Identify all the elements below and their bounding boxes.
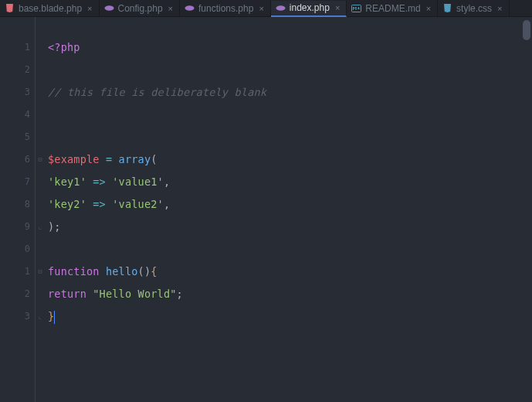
line-number: 3 (0, 81, 30, 104)
token-punc: , (164, 198, 170, 210)
token-kw: function (48, 265, 100, 278)
tab-index-php[interactable]: index.php× (271, 1, 347, 17)
close-icon[interactable]: × (87, 4, 92, 13)
token-punc (100, 265, 106, 278)
line-number: 9 (0, 216, 30, 238)
scrollbar-thumb[interactable] (523, 20, 530, 40)
close-icon[interactable]: × (259, 4, 263, 13)
line-number: 8 (0, 193, 30, 216)
token-punc (112, 153, 118, 165)
fold-marker (36, 193, 45, 216)
tab-Config-php[interactable]: Config.php× (100, 0, 180, 16)
line-number-gutter: 1234567890123 (0, 17, 36, 402)
php-file-icon (104, 3, 114, 13)
tab-label: README.md (365, 3, 420, 14)
token-punc: ; (54, 220, 60, 233)
line-number: 6 (0, 148, 30, 171)
token-var: $example (48, 153, 100, 165)
code-line (48, 126, 532, 148)
fold-marker[interactable]: ⌞ (36, 305, 45, 328)
line-number: 5 (0, 126, 30, 148)
code-line: function hello(){ (48, 261, 532, 283)
line-number: 3 (0, 305, 30, 328)
code-line: // this file is deliberately blank (48, 81, 532, 104)
svg-point-0 (104, 5, 114, 10)
blade-file-icon (5, 3, 15, 13)
tab-label: functions.php (198, 3, 253, 14)
token-punc: , (164, 175, 170, 188)
php-file-icon (185, 3, 195, 13)
code-line: <?php (48, 36, 532, 59)
token-str: "Hello World" (93, 288, 176, 300)
code-line: 'key2' => 'value2', (48, 193, 532, 216)
line-number: 1 (0, 36, 30, 59)
code-content[interactable]: <?php// this file is deliberately blank$… (45, 17, 532, 402)
svg-point-1 (185, 5, 195, 10)
token-punc: ( (151, 153, 157, 165)
token-op: => (93, 198, 106, 210)
code-line: 'key1' => 'value1', (48, 171, 532, 193)
fold-marker (36, 36, 45, 59)
fold-marker[interactable]: ⊟ (36, 261, 45, 283)
token-kw: return (48, 288, 86, 300)
markdown-file-icon (351, 3, 361, 13)
token-brace: } (48, 310, 54, 322)
token-brace: { (151, 265, 157, 278)
code-line: ); (48, 216, 532, 238)
fold-marker (36, 283, 45, 305)
token-fn: hello (106, 265, 138, 278)
fold-marker (36, 238, 45, 261)
token-tag: <?php (48, 41, 80, 53)
token-fn: ray (131, 153, 151, 165)
tab-label: Config.php (118, 3, 163, 14)
token-punc (100, 153, 106, 165)
tab-README-md[interactable]: README.md× (347, 0, 438, 16)
fold-column: ⊟⌞⊟⌞ (36, 17, 45, 402)
token-comment: // this file is deliberately blank (48, 86, 266, 98)
line-number: 0 (0, 238, 30, 261)
tab-style-css[interactable]: style.css× (438, 0, 509, 16)
tab-label: style.css (456, 3, 492, 14)
close-icon[interactable]: × (335, 3, 340, 12)
fold-marker (36, 81, 45, 104)
code-line: } (48, 305, 532, 328)
svg-point-2 (276, 5, 285, 10)
token-str: 'value2' (112, 198, 164, 210)
line-number: 1 (0, 261, 30, 283)
code-line (48, 59, 532, 81)
php-file-icon (276, 3, 286, 13)
fold-marker[interactable]: ⊟ (36, 148, 45, 171)
token-op: => (93, 175, 106, 188)
code-line: $example = array( (48, 148, 532, 171)
token-punc: ( (138, 265, 144, 278)
fold-marker (36, 59, 45, 81)
token-fn: ar (119, 153, 132, 165)
fold-marker[interactable]: ⌞ (36, 216, 45, 238)
code-line (48, 238, 532, 261)
tab-base-blade-php[interactable]: base.blade.php× (0, 0, 100, 16)
tab-functions-php[interactable]: functions.php× (180, 0, 271, 16)
token-punc: ; (177, 288, 183, 300)
fold-marker (36, 126, 45, 148)
tab-label: index.php (290, 2, 330, 13)
line-number: 7 (0, 171, 30, 193)
close-icon[interactable]: × (497, 4, 502, 13)
line-number: 2 (0, 59, 30, 81)
code-line: return "Hello World"; (48, 283, 532, 305)
line-number: 4 (0, 104, 30, 126)
css-file-icon (442, 3, 452, 13)
tab-bar: base.blade.php×Config.php×functions.php×… (0, 0, 532, 17)
line-number: 2 (0, 283, 30, 305)
text-cursor (54, 311, 55, 324)
token-punc: ) (144, 265, 151, 278)
token-str: 'value1' (112, 175, 164, 188)
editor-area: 1234567890123 ⊟⌞⊟⌞ <?php// this file is … (0, 17, 532, 402)
fold-marker (36, 171, 45, 193)
fold-marker (36, 104, 45, 126)
tab-label: base.blade.php (19, 3, 82, 14)
close-icon[interactable]: × (168, 4, 173, 13)
token-str: 'key1' (48, 175, 86, 188)
close-icon[interactable]: × (426, 4, 431, 13)
token-str: 'key2' (48, 198, 86, 210)
code-line (48, 104, 532, 126)
